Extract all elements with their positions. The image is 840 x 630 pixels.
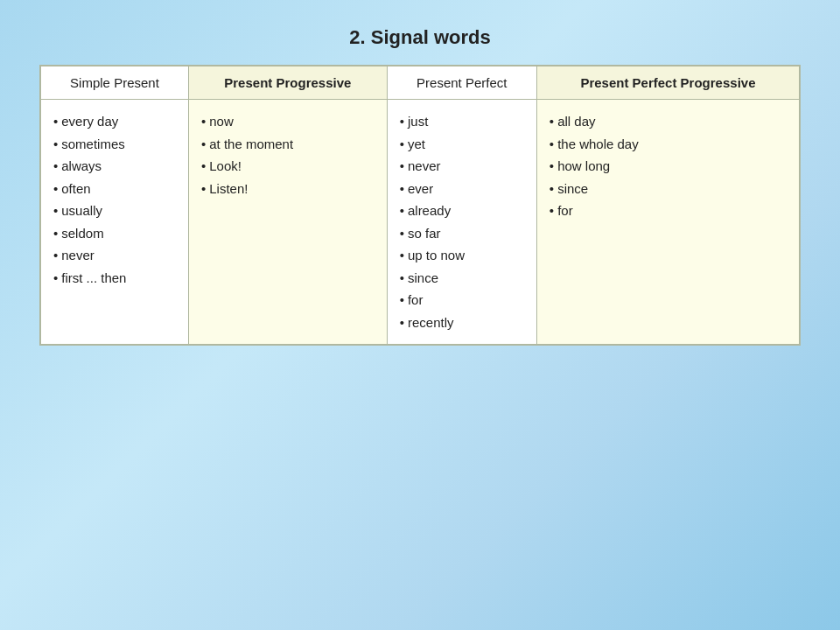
table-row: every day sometimes always often usually…	[41, 100, 800, 345]
header-present-progressive: Present Progressive	[188, 66, 387, 100]
simple-present-item-8: first ... then	[53, 267, 176, 290]
table-header-row: Simple Present Present Progressive Prese…	[41, 66, 800, 100]
present-perfect-item-6: so far	[400, 222, 524, 245]
present-progressive-item-1: now	[201, 110, 374, 133]
present-perfect-item-4: ever	[400, 178, 524, 200]
present-perfect-item-3: never	[400, 155, 524, 178]
present-progressive-item-2: at the moment	[201, 133, 374, 156]
page-title: 2. Signal words	[349, 26, 490, 49]
simple-present-item-5: usually	[53, 200, 176, 222]
simple-present-item-1: every day	[53, 110, 176, 133]
cell-present-perfect-progressive: all day the whole day how long since for	[536, 100, 799, 345]
present-perfect-item-8: since	[400, 267, 524, 290]
present-perfect-item-9: for	[400, 289, 524, 312]
ppp-item-3: how long	[550, 155, 787, 178]
present-progressive-item-3: Look!	[201, 155, 374, 178]
cell-present-progressive: now at the moment Look! Listen!	[188, 100, 387, 345]
ppp-item-2: the whole day	[550, 133, 787, 156]
signal-words-table: Simple Present Present Progressive Prese…	[40, 66, 800, 345]
present-perfect-item-5: already	[400, 200, 524, 222]
header-simple-present: Simple Present	[41, 66, 189, 100]
header-present-perfect: Present Perfect	[387, 66, 536, 100]
simple-present-item-3: always	[53, 155, 176, 178]
present-perfect-item-1: just	[400, 110, 524, 133]
simple-present-item-4: often	[53, 178, 176, 200]
header-present-perfect-progressive: Present Perfect Progressive	[536, 66, 799, 100]
simple-present-item-7: never	[53, 244, 176, 267]
ppp-item-5: for	[550, 200, 787, 222]
present-perfect-item-2: yet	[400, 133, 524, 156]
cell-simple-present: every day sometimes always often usually…	[41, 100, 189, 345]
signal-words-table-wrapper: Simple Present Present Progressive Prese…	[39, 65, 801, 346]
present-progressive-item-4: Listen!	[201, 178, 374, 200]
ppp-item-1: all day	[550, 110, 787, 133]
present-perfect-item-7: up to now	[400, 244, 524, 267]
ppp-item-4: since	[550, 178, 787, 200]
present-perfect-item-10: recently	[400, 312, 524, 334]
simple-present-item-2: sometimes	[53, 133, 176, 156]
simple-present-item-6: seldom	[53, 222, 176, 245]
cell-present-perfect: just yet never ever already so far up to…	[387, 100, 536, 345]
